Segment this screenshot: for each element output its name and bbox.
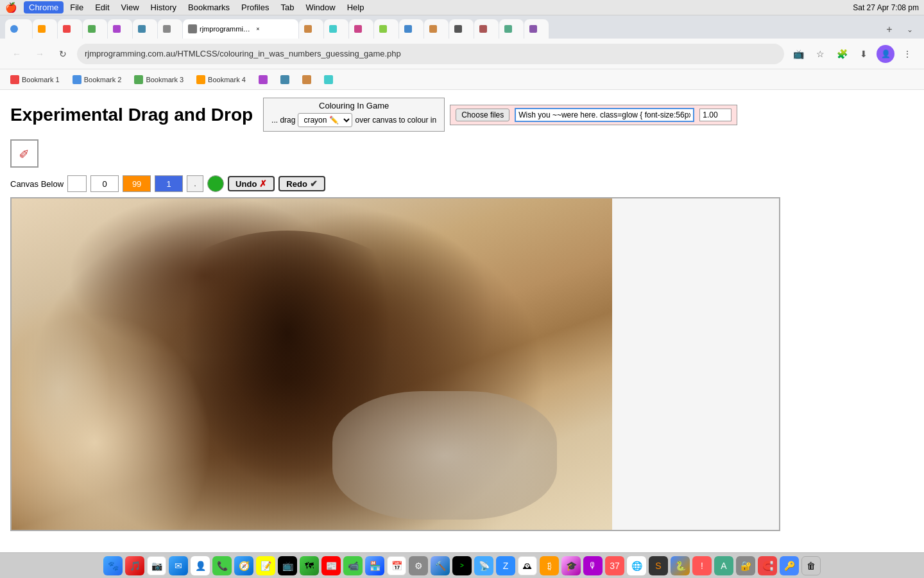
tab-menu-button[interactable]: ⌄: [901, 21, 919, 39]
number-input[interactable]: [699, 109, 732, 121]
address-input[interactable]: [77, 44, 784, 64]
dock-xcode2[interactable]: 🎓: [561, 556, 581, 575]
menu-help[interactable]: Help: [342, 1, 370, 13]
tab-active-close[interactable]: ×: [253, 24, 262, 33]
tab-16[interactable]: [474, 19, 499, 39]
dock-zoom[interactable]: Z: [496, 556, 515, 575]
new-tab-button[interactable]: +: [880, 21, 898, 39]
dock-news[interactable]: 📰: [321, 556, 341, 575]
tab-10[interactable]: [324, 19, 348, 39]
menu-file[interactable]: File: [65, 1, 89, 13]
menu-edit[interactable]: Edit: [90, 1, 114, 13]
bookmark-5[interactable]: [253, 74, 273, 85]
dock-1password[interactable]: 🔑: [780, 556, 799, 575]
dock-cyber[interactable]: 🔐: [736, 556, 755, 575]
text-input[interactable]: [515, 108, 694, 122]
forward-button[interactable]: →: [31, 45, 49, 63]
input-zero[interactable]: [90, 175, 119, 192]
dock-cals[interactable]: 37: [605, 556, 624, 575]
reload-button[interactable]: ↻: [54, 45, 72, 63]
tab-5[interactable]: [108, 19, 132, 39]
canvas-area[interactable]: [10, 197, 780, 531]
back-button[interactable]: ←: [8, 45, 26, 63]
tab-1[interactable]: [5, 19, 32, 39]
menu-bookmarks[interactable]: Bookmarks: [183, 1, 235, 13]
dock-chrome[interactable]: 🌐: [627, 556, 646, 575]
tab-2[interactable]: [33, 19, 57, 39]
dock-magnet[interactable]: 🧲: [758, 556, 777, 575]
choose-files-button[interactable]: Choose files: [456, 109, 509, 121]
dock-contacts[interactable]: 👤: [191, 556, 210, 575]
bookmark-1[interactable]: Bookmark 1: [5, 74, 65, 85]
menu-window[interactable]: Window: [300, 1, 340, 13]
tab-11[interactable]: [349, 19, 373, 39]
pencil-tool-box[interactable]: ✏: [10, 139, 38, 168]
tab-18[interactable]: [524, 19, 549, 39]
bookmark-6[interactable]: [275, 74, 295, 85]
tab-13[interactable]: [399, 19, 424, 39]
dock-mail[interactable]: ✉: [169, 556, 188, 575]
menu-history[interactable]: History: [146, 1, 182, 13]
bookmark-3[interactable]: Bookmark 3: [129, 74, 189, 85]
bookmarks-bar: Bookmark 1 Bookmark 2 Bookmark 3 Bookmar…: [0, 69, 924, 90]
dock-podcast[interactable]: 🎙: [583, 556, 603, 575]
dock-appstore[interactable]: 🏪: [365, 556, 384, 575]
dock-music[interactable]: 🎵: [125, 556, 144, 575]
dock-calendar[interactable]: 📅: [387, 556, 406, 575]
dock-unknown1[interactable]: !: [692, 556, 712, 575]
bookmark-7[interactable]: [297, 74, 316, 85]
undo-x-icon: ✗: [259, 179, 267, 189]
tab-4[interactable]: [83, 19, 107, 39]
dock-phone[interactable]: 📞: [212, 556, 232, 575]
dock-filezilla[interactable]: 📡: [474, 556, 493, 575]
cast-icon[interactable]: 📺: [789, 45, 807, 63]
menu-dots-icon[interactable]: ⋮: [898, 45, 916, 63]
bookmark-star-icon[interactable]: ☆: [811, 45, 829, 63]
dock-bitcoin[interactable]: ₿: [540, 556, 559, 575]
color-picker-white[interactable]: [67, 175, 87, 192]
green-circle-button[interactable]: [207, 175, 224, 192]
tab-14[interactable]: [424, 19, 449, 39]
tab-17[interactable]: [499, 19, 524, 39]
tab-7[interactable]: [158, 19, 182, 39]
dock-notes[interactable]: 📝: [256, 556, 275, 575]
dock-facetime[interactable]: 📹: [343, 556, 363, 575]
tab-3[interactable]: [58, 19, 82, 39]
dock-clock[interactable]: 🕰: [518, 556, 537, 575]
dock-xcode[interactable]: 🔨: [431, 556, 450, 575]
undo-button[interactable]: Undo ✗: [228, 176, 275, 191]
input-1[interactable]: [155, 175, 183, 192]
dock-tv[interactable]: 📺: [278, 556, 297, 575]
dock-trash[interactable]: 🗑: [801, 556, 821, 575]
bookmark-2[interactable]: Bookmark 2: [67, 74, 127, 85]
dock-safari[interactable]: 🧭: [234, 556, 253, 575]
pencil-icon: ✏: [15, 144, 34, 163]
redo-button[interactable]: Redo ✔: [278, 176, 325, 191]
tab-12[interactable]: [374, 19, 398, 39]
tab-6[interactable]: [133, 19, 157, 39]
tool-select[interactable]: crayon ✏️ brush eraser pen: [298, 113, 352, 127]
tab-active[interactable]: rjmprogramming.c… ×: [183, 19, 298, 39]
input-99[interactable]: [123, 175, 151, 192]
dock-affinity[interactable]: A: [714, 556, 733, 575]
bookmark-4[interactable]: Bookmark 4: [191, 74, 251, 85]
apple-menu[interactable]: 🍎: [5, 2, 17, 13]
menu-tab[interactable]: Tab: [275, 1, 299, 13]
download-icon[interactable]: ⬇: [855, 45, 873, 63]
tab-15[interactable]: [449, 19, 474, 39]
menu-view[interactable]: View: [116, 1, 144, 13]
profile-icon[interactable]: 👤: [877, 45, 894, 63]
menu-chrome[interactable]: Chrome: [24, 1, 64, 13]
dock-finder[interactable]: 🐾: [103, 556, 123, 575]
extension-icon[interactable]: 🧩: [833, 45, 851, 63]
dock-photos[interactable]: 📷: [147, 556, 166, 575]
menu-profiles[interactable]: Profiles: [236, 1, 274, 13]
dock-terminal[interactable]: >: [452, 556, 472, 575]
dock-python[interactable]: 🐍: [671, 556, 690, 575]
dock-sublimetext[interactable]: S: [649, 556, 668, 575]
dock-maps[interactable]: 🗺: [300, 556, 319, 575]
tab-9[interactable]: [299, 19, 323, 39]
dot-button[interactable]: .: [187, 175, 203, 192]
bookmark-8[interactable]: [319, 74, 338, 85]
dock-settings[interactable]: ⚙: [409, 556, 428, 575]
